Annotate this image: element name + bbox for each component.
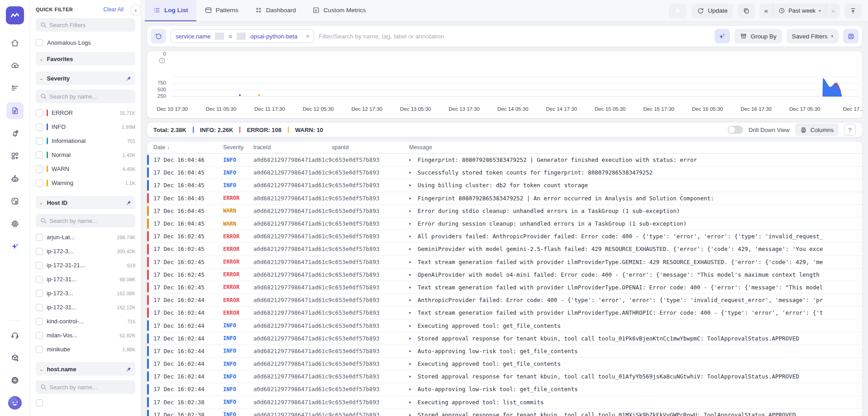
chip-remove-icon[interactable]: ×: [302, 33, 314, 40]
query-history-button[interactable]: [151, 29, 166, 43]
anomalous-logs-checkbox[interactable]: [36, 39, 43, 46]
ai-query-button[interactable]: [715, 29, 730, 43]
expand-row-icon[interactable]: ▶: [409, 387, 411, 391]
nav-integrations[interactable]: [6, 349, 24, 366]
severity-checkbox[interactable]: [36, 123, 43, 131]
log-row[interactable]: 17 Dec 16:02:44 ERROR a0d68212977986471a…: [147, 307, 862, 319]
log-row[interactable]: 17 Dec 16:02:45 ERROR a0d68212977986471a…: [147, 243, 862, 255]
expand-row-icon[interactable]: ▶: [409, 400, 411, 404]
anomalous-logs-checkbox-row[interactable]: Anomalous Logs: [36, 39, 135, 46]
expand-row-icon[interactable]: ▶: [409, 234, 411, 238]
expand-row-icon[interactable]: ▶: [409, 285, 411, 289]
host-id-checkbox[interactable]: [36, 332, 43, 339]
expand-row-icon[interactable]: ▶: [409, 298, 411, 302]
favorites-group-header[interactable]: ⌄ Favorites: [36, 52, 135, 66]
play-button[interactable]: [669, 4, 687, 18]
host-id-checkbox[interactable]: [36, 248, 43, 255]
severity-checkbox[interactable]: [36, 151, 43, 159]
expand-row-icon[interactable]: ▶: [409, 362, 411, 366]
time-shift-forward-button[interactable]: »: [826, 4, 840, 18]
chart-plot-area[interactable]: [172, 75, 858, 97]
severity-group-header[interactable]: ⌄ Severity: [36, 71, 135, 85]
log-row[interactable]: 17 Dec 16:02:38 INFO a0d68212977986471ad…: [147, 396, 862, 409]
nav-settings[interactable]: [6, 372, 24, 389]
severity-filter-item[interactable]: ERROR 15.71K: [36, 106, 135, 120]
log-row[interactable]: 17 Dec 16:02:44 INFO a0d68212977986471ad…: [147, 370, 862, 383]
log-volume-chart[interactable]: 7505002500 Dec 10 17:30Dec 11 05:30Dec 1…: [147, 51, 863, 118]
expand-row-icon[interactable]: ▶: [409, 336, 411, 340]
severity-checkbox[interactable]: [36, 137, 43, 145]
expand-row-icon[interactable]: ▶: [409, 324, 411, 328]
clear-all-link[interactable]: Clear All: [103, 6, 124, 13]
nav-alerts[interactable]: [6, 125, 24, 142]
host-name-filter-item[interactable]: [36, 399, 135, 407]
expand-row-icon[interactable]: ▶: [409, 247, 411, 251]
tab-log-list[interactable]: Log List: [145, 0, 196, 21]
time-shift-back-button[interactable]: «: [759, 4, 773, 18]
update-button[interactable]: Update: [692, 4, 733, 18]
log-row[interactable]: 17 Dec 16:02:45 ERROR a0d68212977986471a…: [147, 256, 862, 269]
log-row[interactable]: 17 Dec 16:02:44 ERROR a0d68212977986471a…: [147, 294, 862, 307]
expand-row-icon[interactable]: ▶: [409, 158, 411, 162]
log-row[interactable]: 17 Dec 16:02:44 INFO a0d68212977986471ad…: [147, 358, 862, 370]
expand-row-icon[interactable]: ▶: [409, 222, 411, 226]
expand-row-icon[interactable]: ▶: [409, 273, 411, 277]
log-row[interactable]: 17 Dec 16:02:38 INFO a0d68212977986471ad…: [147, 409, 862, 416]
host-id-filter-item[interactable]: ip-172-31-21... 619: [36, 258, 135, 272]
host-id-filter-item[interactable]: ip-172-31... 68.04K: [36, 272, 135, 286]
severity-checkbox[interactable]: [36, 165, 43, 173]
time-range-dropdown[interactable]: Past week ▾: [773, 4, 826, 18]
host-name-checkbox[interactable]: [36, 399, 43, 407]
host-id-filter-item[interactable]: ip-172-3... 162.08K: [36, 286, 135, 300]
nav-query[interactable]: [6, 80, 24, 97]
user-avatar[interactable]: [6, 394, 24, 411]
severity-filter-item[interactable]: Normal 1.42K: [36, 148, 135, 162]
nav-logs[interactable]: [6, 102, 24, 119]
pin-icon[interactable]: [126, 366, 132, 372]
sort-desc-icon[interactable]: ↓: [167, 145, 170, 150]
nav-ai-center[interactable]: [6, 238, 24, 255]
nav-support[interactable]: [6, 326, 24, 344]
log-row[interactable]: 17 Dec 16:02:45 ERROR a0d68212977986471a…: [147, 230, 862, 243]
expand-row-icon[interactable]: ▶: [409, 183, 411, 187]
log-row[interactable]: 17 Dec 16:02:44 INFO a0d68212977986471ad…: [147, 383, 862, 396]
drill-down-toggle[interactable]: [728, 126, 743, 134]
nav-processor[interactable]: [6, 215, 24, 232]
log-row[interactable]: 17 Dec 16:04:45 INFO a0d68212977986471ad…: [147, 166, 862, 179]
tab-dashboard[interactable]: Dashboard: [247, 0, 304, 21]
expand-row-icon[interactable]: ▶: [409, 311, 411, 315]
severity-filter-item[interactable]: Warning 1.1K: [36, 176, 135, 190]
log-row[interactable]: 17 Dec 16:04:45 INFO a0d68212977986471ad…: [147, 179, 862, 192]
nav-extensions[interactable]: [6, 147, 24, 165]
severity-filter-item[interactable]: WARN 4.45K: [36, 162, 135, 176]
host-id-filter-item[interactable]: ip-172-3... 300.42K: [36, 244, 135, 258]
collapse-panel-button[interactable]: ‹: [130, 5, 141, 15]
group-by-button[interactable]: Group By: [734, 29, 782, 43]
host-id-search-input[interactable]: [36, 214, 135, 227]
log-row[interactable]: 17 Dec 16:02:44 INFO a0d68212977986471ad…: [147, 332, 862, 345]
log-row[interactable]: 17 Dec 16:02:44 INFO a0d68212977986471ad…: [147, 345, 862, 358]
pin-icon[interactable]: [126, 76, 132, 81]
expand-row-icon[interactable]: ▶: [409, 413, 411, 416]
column-header-message[interactable]: Message: [409, 144, 862, 151]
filter-search-input[interactable]: [319, 33, 710, 40]
log-row[interactable]: 17 Dec 16:04:45 WARN a0d68212977986471ad…: [147, 205, 862, 217]
column-header-date[interactable]: Date↓: [153, 144, 223, 151]
severity-filter-item[interactable]: INFO 1.99M: [36, 120, 135, 134]
host-id-filter-item[interactable]: kind-control-... 716: [36, 314, 135, 328]
expand-row-icon[interactable]: ▶: [409, 260, 411, 264]
host-id-filter-item[interactable]: arjun-Lat... 288.74K: [36, 230, 135, 244]
log-row[interactable]: 17 Dec 16:02:45 ERROR a0d68212977986471a…: [147, 281, 862, 294]
expand-row-icon[interactable]: ▶: [409, 209, 411, 213]
export-button[interactable]: [844, 4, 862, 18]
info-circle-icon[interactable]: [159, 57, 165, 64]
host-id-checkbox[interactable]: [36, 290, 43, 297]
severity-filter-item[interactable]: Informational 701: [36, 134, 135, 148]
saved-filters-dropdown[interactable]: Saved Filters ▾: [787, 29, 839, 43]
columns-button[interactable]: Columns: [795, 123, 839, 136]
expand-row-icon[interactable]: ▶: [409, 170, 411, 175]
search-filters-input[interactable]: [36, 18, 135, 32]
brand-logo[interactable]: [6, 6, 24, 24]
log-row[interactable]: 17 Dec 16:04:45 ERROR a0d68212977986471a…: [147, 192, 862, 205]
pin-icon[interactable]: [126, 200, 132, 206]
